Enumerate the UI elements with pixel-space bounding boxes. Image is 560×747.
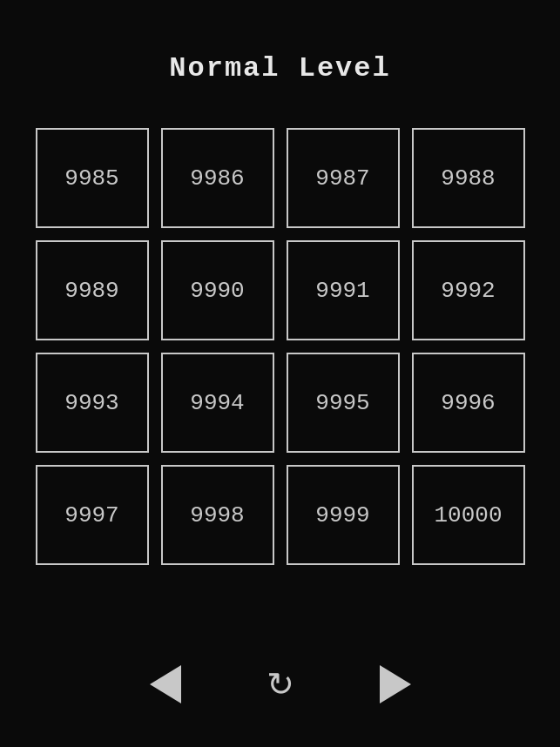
level-cell-2[interactable]: 9986 [161,128,274,228]
level-number-7: 9991 [315,278,369,304]
level-cell-12[interactable]: 9996 [412,353,525,453]
level-cell-10[interactable]: 9994 [161,353,274,453]
next-arrow-icon [380,665,411,703]
level-cell-6[interactable]: 9990 [161,240,274,340]
refresh-button[interactable]: ↺ [258,659,303,710]
level-number-6: 9990 [190,278,244,304]
prev-button[interactable] [141,656,190,712]
level-cell-5[interactable]: 9989 [36,240,149,340]
level-number-12: 9996 [441,390,495,416]
level-grid: 9985998699879988998999909991999299939994… [36,128,525,565]
title-area: Normal Level [169,52,390,84]
level-cell-13[interactable]: 9997 [36,465,149,565]
level-number-8: 9992 [441,278,495,304]
level-number-16: 10000 [434,502,502,528]
level-cell-8[interactable]: 9992 [412,240,525,340]
level-number-11: 9995 [315,390,369,416]
level-cell-1[interactable]: 9985 [36,128,149,228]
level-cell-9[interactable]: 9993 [36,353,149,453]
level-cell-16[interactable]: 10000 [412,465,525,565]
level-number-10: 9994 [190,390,244,416]
level-number-3: 9987 [315,165,369,192]
level-cell-14[interactable]: 9998 [161,465,274,565]
level-number-5: 9989 [64,278,118,304]
prev-arrow-icon [150,665,181,703]
level-number-14: 9998 [190,502,244,528]
level-cell-3[interactable]: 9987 [287,128,400,228]
level-number-2: 9986 [190,165,244,192]
level-number-1: 9985 [64,165,118,192]
level-cell-15[interactable]: 9999 [287,465,400,565]
level-cell-11[interactable]: 9995 [287,353,400,453]
bottom-navigation: ↺ [141,656,420,712]
level-cell-7[interactable]: 9991 [287,240,400,340]
level-number-4: 9988 [441,165,495,192]
level-number-15: 9999 [315,502,369,528]
refresh-icon: ↺ [267,668,294,701]
level-number-13: 9997 [64,502,118,528]
next-button[interactable] [371,656,420,712]
level-cell-4[interactable]: 9988 [412,128,525,228]
page-title: Normal Level [169,52,390,84]
level-number-9: 9993 [64,390,118,416]
